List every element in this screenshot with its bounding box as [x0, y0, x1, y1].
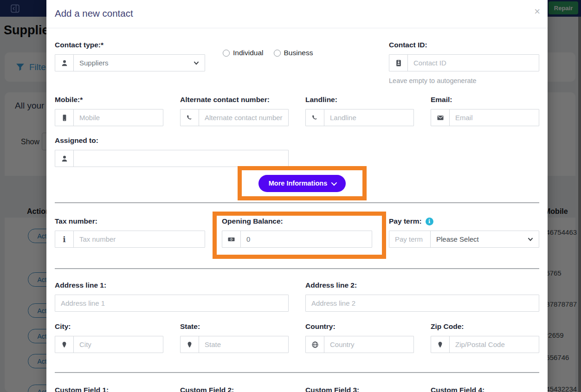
custom-field-3: Custom Field 3: [305, 386, 414, 392]
chevron-down-icon [194, 61, 199, 65]
individual-radio-label: Individual [233, 49, 264, 57]
zip-code-field: Zip Code: [431, 322, 539, 353]
address-line-2-label: Address line 2: [305, 281, 539, 289]
landline-input[interactable] [324, 109, 413, 126]
state-input[interactable] [199, 336, 288, 353]
contact-id-label: Contact ID: [389, 41, 539, 49]
contact-id-helper: Leave empty to autogenerate [389, 77, 539, 84]
alternate-number-input[interactable] [199, 109, 288, 126]
opening-balance-label: Opening Balance: [222, 217, 372, 225]
tax-number-input[interactable] [74, 231, 205, 247]
assigned-to-input[interactable] [74, 150, 288, 167]
zip-code-input[interactable] [450, 336, 539, 353]
address-line-2-input[interactable] [306, 295, 539, 311]
zip-code-label: Zip Code: [431, 322, 539, 331]
email-input[interactable] [450, 109, 539, 126]
state-field: State: [180, 322, 289, 353]
map-pin-icon [181, 336, 199, 353]
opening-balance-field: Opening Balance: 0 [222, 217, 372, 248]
contact-type-label: Contact type:* [55, 41, 205, 49]
address-line-2-field: Address line 2: [305, 281, 539, 312]
landline-field: Landline: [305, 96, 414, 126]
alternate-number-field: Alternate contact number: [180, 96, 289, 126]
assigned-to-field: Assigned to: [55, 136, 289, 167]
city-input[interactable] [74, 336, 163, 353]
svg-text:0: 0 [231, 238, 232, 241]
pay-term-select[interactable]: Please Select [431, 231, 539, 247]
mobile-field: Mobile:* [55, 96, 163, 126]
assigned-to-label: Assigned to: [55, 136, 289, 145]
modal-header: Add a new contact × [46, 0, 548, 28]
custom-field-1: Custom Field 1: [55, 386, 163, 392]
custom-field-2: Custom Field 2: [180, 386, 289, 392]
globe-icon [306, 336, 324, 353]
radio-icon [223, 50, 230, 57]
address-line-1-field: Address line 1: [55, 281, 289, 312]
envelope-icon [431, 109, 450, 126]
radio-icon [274, 50, 281, 57]
contact-type-select[interactable]: Suppliers [74, 55, 205, 71]
add-contact-modal: Add a new contact × Contact type:* Suppl… [46, 0, 548, 392]
chevron-down-icon [528, 238, 533, 241]
address-line-1-input[interactable] [55, 295, 288, 311]
mobile-label: Mobile:* [55, 96, 163, 104]
custom-field-3-label: Custom Field 3: [305, 386, 414, 392]
person-icon [55, 55, 74, 71]
pay-term-input[interactable] [389, 231, 430, 247]
business-radio[interactable]: Business [274, 49, 313, 57]
screen: Repair Suppliers Filters All your Suppli… [0, 0, 581, 392]
email-field: Email: [431, 96, 539, 126]
highlight-box-more-informations: More Informations [238, 166, 367, 200]
country-field: Country: [305, 322, 414, 353]
landline-label: Landline: [305, 96, 414, 104]
city-label: City: [55, 322, 163, 331]
map-pin-icon [431, 336, 450, 353]
city-field: City: [55, 322, 163, 353]
phone-icon [306, 109, 324, 126]
divider [55, 202, 539, 203]
banknote-icon: 0 [222, 231, 241, 247]
info-circle-icon[interactable]: i [426, 218, 433, 225]
modal-title: Add a new contact [55, 8, 133, 19]
custom-field-2-label: Custom Field 2: [180, 386, 289, 392]
id-card-icon [389, 55, 408, 71]
address-line-1-label: Address line 1: [55, 281, 289, 289]
country-input[interactable] [324, 336, 413, 353]
country-label: Country: [305, 322, 414, 331]
map-pin-icon [55, 336, 74, 353]
contact-kind-radios: Individual Business [223, 49, 313, 57]
contact-id-input[interactable] [408, 55, 539, 71]
business-radio-label: Business [284, 49, 313, 57]
tax-number-field: Tax number: i [55, 217, 205, 248]
chevron-down-icon [331, 180, 337, 186]
tax-number-label: Tax number: [55, 217, 205, 225]
individual-radio[interactable]: Individual [223, 49, 264, 57]
alternate-number-label: Alternate contact number: [180, 96, 289, 104]
close-button[interactable]: × [534, 6, 540, 17]
contact-id-field: Contact ID: Leave empty to autogenerate [389, 41, 539, 84]
divider [55, 268, 539, 269]
state-label: State: [180, 322, 289, 331]
custom-field-4-label: Custom Field 4: [431, 386, 539, 392]
custom-field-4: Custom Field 4: [431, 386, 539, 392]
phone-icon [181, 109, 199, 126]
opening-balance-input[interactable] [241, 231, 372, 247]
pay-term-label: Pay term: [389, 217, 422, 225]
pay-term-field: Pay term: i Please Select [389, 217, 539, 248]
more-informations-button[interactable]: More Informations [258, 175, 346, 192]
contact-type-field: Contact type:* Suppliers [55, 41, 205, 84]
mobile-input[interactable] [74, 109, 163, 126]
person-icon [55, 150, 74, 167]
info-i-icon: i [55, 231, 74, 247]
email-label: Email: [431, 96, 539, 104]
divider [55, 372, 539, 373]
mobile-phone-icon [55, 109, 74, 126]
custom-field-1-label: Custom Field 1: [55, 386, 163, 392]
